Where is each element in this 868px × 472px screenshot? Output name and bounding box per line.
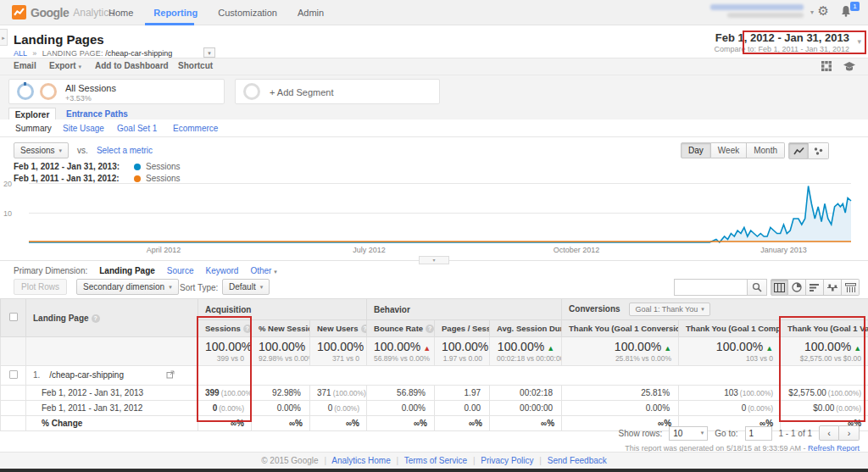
help-icon[interactable]: ? [92, 314, 100, 323]
dimension-source-link[interactable]: Source [167, 266, 194, 275]
next-page-button[interactable]: › [839, 425, 860, 441]
column-header-goal-completions[interactable]: Thank You (Goal 1 Completions)? [679, 320, 781, 337]
landing-page-cell: 1. /cheap-car-shipping [26, 366, 868, 386]
date-range-selector[interactable]: Feb 1, 2012 - Jan 31, 2013 Compare to: F… [709, 29, 854, 56]
subtab-ecommerce[interactable]: Ecommerce [173, 124, 218, 133]
compare-range-value: Feb 1, 2011 - Jan 31, 2012 [759, 45, 849, 53]
subtab-site-usage[interactable]: Site Usage [63, 124, 104, 133]
footer-link-terms[interactable]: Terms of Service [404, 456, 467, 465]
select-metric-link[interactable]: Select a metric [97, 146, 153, 155]
nav-item-admin[interactable]: Admin [298, 8, 324, 18]
shortcut-button[interactable]: Shortcut [178, 61, 213, 70]
settings-gear-icon[interactable]: ⚙ [818, 3, 829, 19]
data-view-button[interactable] [771, 279, 788, 296]
landing-page-link[interactable]: /cheap-car-shipping [49, 370, 124, 380]
performance-view-button[interactable] [806, 279, 824, 296]
comparison-view-button[interactable] [824, 279, 842, 296]
footer-link-privacy[interactable]: Privacy Policy [481, 456, 533, 465]
table-cell: 0(0.00%) [310, 401, 367, 416]
table-cell: 371(100.00%) [310, 386, 367, 401]
row-select-cell [1, 366, 26, 386]
table-cell: 56.89% [367, 386, 435, 401]
dimension-landing-page[interactable]: Landing Page [99, 266, 155, 275]
granularity-month-button[interactable]: Month [747, 142, 785, 158]
gutter-cell [1, 337, 26, 366]
table-view-icon [774, 283, 785, 292]
analytics-logo-icon [12, 5, 26, 19]
granularity-day-button[interactable]: Day [681, 142, 711, 158]
column-header-avg-duration[interactable]: Avg. Session Duration? [490, 320, 562, 337]
secondary-dimension-dropdown[interactable]: Secondary dimension ▾ [76, 279, 179, 295]
trend-arrow-icon: ▲ [547, 344, 554, 353]
column-header-new-sessions[interactable]: % New Sessions? [252, 320, 310, 337]
plot-rows-button[interactable]: Plot Rows [14, 279, 67, 295]
column-header-bounce-rate[interactable]: Bounce Rate? [367, 320, 435, 337]
add-to-dashboard-button[interactable]: Add to Dashboard [95, 61, 169, 70]
report-tools-band: Email Export ▾ Add to Dashboard Shortcut… [0, 58, 868, 119]
graduation-cap-icon[interactable] [843, 60, 856, 72]
help-icon[interactable]: ? [243, 325, 252, 333]
notifications-bell[interactable]: 1 [839, 4, 856, 21]
breadcrumb-dimension-label: LANDING PAGE: [42, 49, 103, 58]
landing-page-column-header[interactable]: Landing Page? [26, 299, 198, 337]
gutter-cell [1, 386, 26, 401]
metric-dropdown[interactable]: Sessions ▾ [14, 142, 69, 158]
select-all-checkbox[interactable] [9, 313, 18, 321]
row-checkbox[interactable] [9, 370, 18, 379]
motion-chart-view-button[interactable] [809, 142, 829, 159]
breadcrumb-all-link[interactable]: ALL [14, 49, 27, 58]
sort-type-dropdown[interactable]: Default ▾ [222, 279, 270, 295]
column-header-goal-conv-rate[interactable]: Thank You (Goal 1 Conversion Rate)? [562, 320, 679, 337]
external-link-icon[interactable] [166, 370, 175, 380]
sidebar-expand-handle[interactable]: ▸ [0, 29, 8, 46]
trend-arrow-icon: ▲ [664, 344, 671, 353]
export-button[interactable]: Export ▾ [49, 61, 81, 70]
column-header-goal-value[interactable]: Thank You (Goal 1 Value)? [781, 320, 868, 337]
caret-down-icon: ▾ [59, 147, 63, 154]
help-icon[interactable]: ? [361, 325, 367, 333]
goto-label: Go to: [715, 429, 737, 438]
search-input[interactable] [674, 279, 747, 296]
bottom-edge-strip [0, 469, 868, 472]
help-icon[interactable]: ? [426, 325, 434, 333]
email-button[interactable]: Email [14, 61, 36, 70]
tab-entrance-paths[interactable]: Entrance Paths [66, 109, 128, 119]
subtab-goal-set-1[interactable]: Goal Set 1 [117, 124, 157, 133]
table-cell: 00:00:00 [490, 401, 562, 416]
dimension-keyword-link[interactable]: Keyword [206, 266, 239, 275]
google-analytics-logo[interactable]: Google Analytics [12, 5, 114, 19]
nav-item-reporting[interactable]: Reporting [153, 8, 198, 18]
caret-down-icon: ▾ [169, 284, 172, 291]
dimension-other-dropdown[interactable]: Other ▾ [250, 266, 276, 275]
subtab-summary[interactable]: Summary [15, 124, 52, 133]
percentage-view-button[interactable] [788, 279, 806, 296]
legend-metric-label: Sessions [146, 174, 181, 183]
segment-all-sessions[interactable]: All Sessions +3.53% [8, 79, 225, 104]
primary-dimension-bar: Primary Dimension: Landing Page Source K… [14, 266, 277, 275]
nav-item-home[interactable]: Home [108, 8, 133, 18]
primary-dimension-label: Primary Dimension: [14, 266, 87, 275]
search-button[interactable] [747, 279, 767, 296]
prev-page-button[interactable]: ‹ [819, 425, 839, 441]
subrow-label: Feb 1, 2012 - Jan 31, 2013 [26, 386, 198, 401]
granularity-week-button[interactable]: Week [711, 142, 747, 158]
goal-selector-dropdown[interactable]: Goal 1: Thank You▾ [629, 303, 709, 316]
column-header-pages-session[interactable]: Pages / Session? [435, 320, 490, 337]
column-header-sessions[interactable]: Sessions?↓ [198, 320, 252, 337]
line-chart-view-button[interactable] [788, 142, 809, 159]
footer-link-feedback[interactable]: Send Feedback [548, 456, 607, 465]
footer-separator: | [324, 456, 326, 465]
nav-item-customization[interactable]: Customization [218, 8, 277, 18]
goto-page-input[interactable] [745, 426, 772, 441]
chart-collapse-toggle[interactable]: ▾ [419, 256, 449, 264]
grid-icon[interactable] [821, 60, 832, 72]
breadcrumb-dropdown-button[interactable]: ▾ [203, 47, 215, 58]
add-segment-button[interactable]: + Add Segment [235, 79, 440, 104]
sessions-trend-chart[interactable]: 2010 April 2012July 2012October 2012Janu… [0, 183, 868, 261]
account-info-redacted[interactable]: ▾ [693, 4, 804, 21]
column-header-new-users[interactable]: New Users? [310, 320, 367, 337]
footer-link-analytics-home[interactable]: Analytics Home [331, 456, 390, 465]
pivot-view-button[interactable] [842, 279, 860, 296]
show-rows-select[interactable]: 10▾ [669, 426, 708, 441]
table-cell: 0(0.00%) [679, 401, 781, 416]
